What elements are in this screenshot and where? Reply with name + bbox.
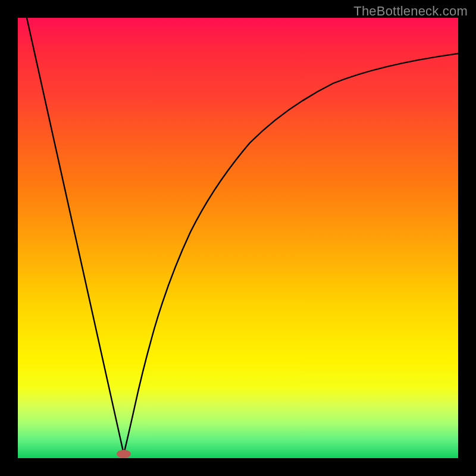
curve-right-branch <box>124 54 458 454</box>
curve-layer <box>18 18 458 458</box>
plot-area <box>18 18 458 458</box>
curve-left-branch <box>27 18 124 454</box>
minimum-marker <box>117 450 131 458</box>
chart-frame: TheBottleneck.com <box>0 0 476 476</box>
watermark-text: TheBottleneck.com <box>353 4 468 19</box>
